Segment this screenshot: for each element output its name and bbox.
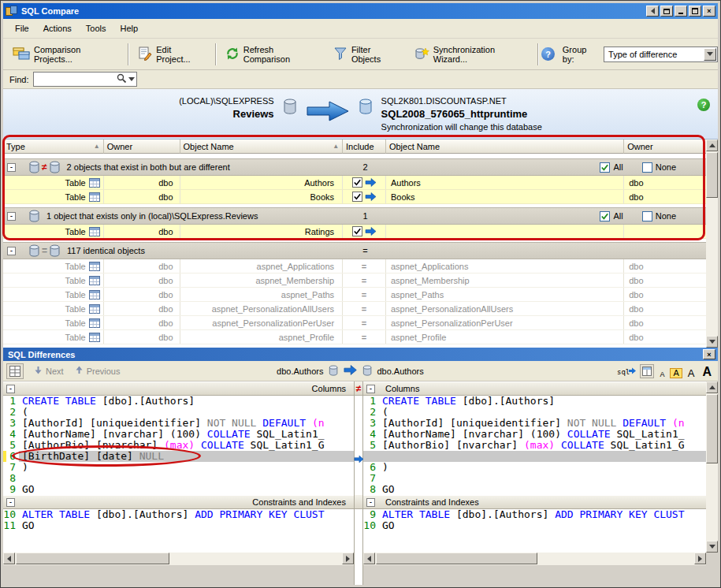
scroll-down-icon[interactable] xyxy=(706,336,718,348)
select-none-button[interactable]: None xyxy=(642,162,676,173)
find-box[interactable] xyxy=(33,72,137,87)
row-type: Table xyxy=(3,176,104,189)
table-row[interactable]: Tabledboaspnet_Paths=aspnet_Pathsdbo xyxy=(3,288,706,302)
refresh-comparison-button[interactable]: Refresh Comparison xyxy=(219,42,327,67)
menu-tools[interactable]: Tools xyxy=(79,21,113,35)
sync-arrow-icon xyxy=(365,192,377,201)
help-icon[interactable]: ? xyxy=(697,99,710,111)
equal-icon: = xyxy=(42,245,47,256)
sql-script-icon[interactable]: sql xyxy=(616,366,637,378)
collapse-icon[interactable]: - xyxy=(7,247,16,255)
find-input[interactable] xyxy=(35,73,111,85)
group-row[interactable]: -≠2 objects that exist in both but are d… xyxy=(3,158,706,176)
equal-icon: = xyxy=(362,276,366,285)
dock-icon[interactable] xyxy=(646,6,659,17)
grid-vertical-scrollbar[interactable] xyxy=(706,140,718,348)
checkbox-checked-icon[interactable] xyxy=(352,177,362,188)
collapse-icon[interactable]: - xyxy=(7,163,16,172)
select-all-button[interactable]: All xyxy=(600,211,623,221)
scrollbar-thumb[interactable] xyxy=(706,394,718,463)
font-size-medium-button[interactable]: A xyxy=(670,368,682,378)
font-size-small-button[interactable]: A xyxy=(657,371,667,378)
collapse-icon[interactable]: - xyxy=(366,385,375,393)
checkbox-checked-icon[interactable] xyxy=(352,226,362,236)
scroll-down-icon[interactable] xyxy=(706,541,718,553)
comparison-projects-button[interactable]: Comparison Projects... xyxy=(6,42,125,67)
table-row[interactable]: Tabledboaspnet_Profile=aspnet_Profiledbo xyxy=(3,330,706,344)
table-row[interactable]: Tabledboaspnet_Membership=aspnet_Members… xyxy=(3,274,706,288)
collapse-icon[interactable]: - xyxy=(7,212,16,221)
group-icons: ≠ xyxy=(28,161,61,173)
maximize-icon[interactable] xyxy=(689,6,701,17)
scroll-left-icon[interactable] xyxy=(3,553,15,564)
right-constraints-code[interactable]: 9ALTER TABLE [dbo].[Authors] ADD PRIMARY… xyxy=(363,509,706,531)
right-horizontal-scrollbar[interactable] xyxy=(363,553,706,565)
table-row[interactable]: Tabledboaspnet_Applications=aspnet_Appli… xyxy=(3,259,706,274)
filter-label: Filter Objects xyxy=(351,45,401,64)
column-header-owner[interactable]: Owner xyxy=(104,140,180,154)
scroll-up-icon[interactable] xyxy=(706,140,718,151)
row-include-checkbox[interactable] xyxy=(343,176,386,189)
row-owner: dbo xyxy=(104,316,180,329)
window-title: SQL Compare xyxy=(21,6,79,16)
row-object-name: aspnet_PersonalizationAllUsers xyxy=(180,302,344,315)
edit-project-button[interactable]: Edit Project... xyxy=(132,42,212,67)
left-horizontal-scrollbar[interactable] xyxy=(3,553,354,565)
table-row[interactable]: TabledboBooksBooksdbo xyxy=(3,190,706,204)
table-icon xyxy=(89,304,100,314)
column-header-include[interactable]: Include xyxy=(343,140,386,154)
row-owner-right: dbo xyxy=(624,176,706,189)
grid-view-icon[interactable] xyxy=(6,363,24,379)
left-constraints-code[interactable]: 10ALTER TABLE [dbo].[Authors] ADD PRIMAR… xyxy=(3,509,354,531)
float-window-icon[interactable] xyxy=(660,6,673,17)
group-row[interactable]: -1 object that exists only in (local)\SQ… xyxy=(3,207,706,225)
table-row[interactable]: Tabledboaspnet_PersonalizationAllUsers=a… xyxy=(3,302,706,316)
table-row[interactable]: Tabledboaspnet_PersonalizationPerUser=as… xyxy=(3,316,706,330)
column-header-object-name-right[interactable]: Object Name xyxy=(386,140,624,154)
column-header-type[interactable]: Type▲ xyxy=(3,140,104,154)
pane-layout-icon[interactable] xyxy=(640,364,654,378)
close-icon[interactable]: × xyxy=(703,349,715,359)
group-icons xyxy=(28,210,40,222)
row-owner-right: dbo xyxy=(624,288,706,301)
scroll-right-icon[interactable] xyxy=(342,553,354,564)
scrollbar-thumb[interactable] xyxy=(16,553,169,564)
checkbox-checked-icon[interactable] xyxy=(352,192,362,202)
menu-file[interactable]: File xyxy=(8,21,36,35)
table-row[interactable]: TabledboRatings xyxy=(3,225,706,239)
help-icon[interactable]: ? xyxy=(541,47,555,61)
row-include-checkbox[interactable] xyxy=(343,190,386,203)
collapse-icon[interactable]: - xyxy=(6,498,15,507)
scrollbar-thumb[interactable] xyxy=(376,553,537,564)
menu-actions[interactable]: Actions xyxy=(36,21,79,35)
minimize-icon[interactable] xyxy=(675,6,687,17)
column-header-object-name[interactable]: Object Name▲ xyxy=(180,140,344,154)
group-row[interactable]: -=117 identical objects= xyxy=(3,242,706,259)
row-include-checkbox[interactable] xyxy=(343,225,386,238)
table-row[interactable]: TabledboAuthorsAuthorsdbo xyxy=(3,176,706,190)
code-vertical-scrollbar[interactable] xyxy=(706,381,718,553)
scroll-up-icon[interactable] xyxy=(706,381,718,393)
scroll-right-icon[interactable] xyxy=(694,553,706,564)
filter-objects-button[interactable]: Filter Objects xyxy=(327,42,407,67)
scrollbar-thumb[interactable] xyxy=(706,152,718,198)
chevron-down-icon[interactable] xyxy=(704,48,716,61)
collapse-icon[interactable]: - xyxy=(6,385,15,393)
select-none-button[interactable]: None xyxy=(642,211,676,221)
scroll-left-icon[interactable] xyxy=(363,553,375,564)
close-icon[interactable]: × xyxy=(703,6,715,17)
next-difference-button[interactable]: Next xyxy=(28,366,69,376)
select-all-button[interactable]: All xyxy=(600,162,623,173)
font-size-large-button[interactable]: A xyxy=(686,368,697,378)
chevron-down-icon[interactable] xyxy=(128,77,135,81)
table-icon xyxy=(89,318,100,328)
collapse-icon[interactable]: - xyxy=(366,498,375,507)
font-size-xlarge-button[interactable]: A xyxy=(700,366,714,378)
left-columns-code[interactable]: 1CREATE TABLE [dbo].[Authors]2(3[AuthorI… xyxy=(3,396,354,495)
group-by-dropdown[interactable]: Type of difference xyxy=(604,47,718,62)
sync-wizard-button[interactable]: Synchronization Wizard... xyxy=(407,42,535,67)
menu-help[interactable]: Help xyxy=(113,21,146,35)
column-header-owner-right[interactable]: Owner xyxy=(624,140,706,154)
previous-difference-button[interactable]: Previous xyxy=(69,366,126,376)
right-columns-code[interactable]: 1CREATE TABLE [dbo].[Authors]2(3[AuthorI… xyxy=(363,396,706,495)
